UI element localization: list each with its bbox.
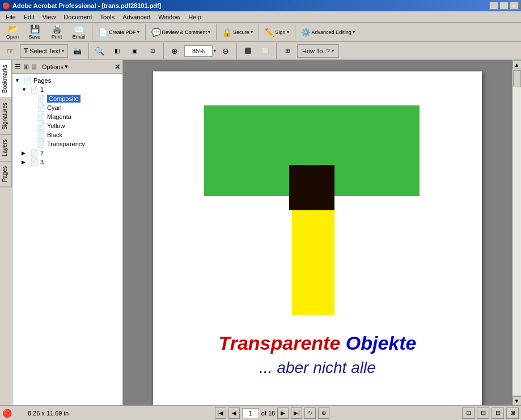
create-pdf-arrow: ▾ <box>137 29 139 35</box>
scroll-track[interactable] <box>513 70 521 395</box>
refresh-button[interactable]: ↻ <box>304 408 316 419</box>
advanced-editing-arrow: ▾ <box>353 29 355 35</box>
tree-item-magenta[interactable]: 📄 Magenta <box>15 112 120 121</box>
fit-page-button[interactable]: ⊡ <box>145 44 160 58</box>
snapshot-tool-button[interactable]: 📷 <box>70 44 86 58</box>
maximize-button[interactable]: □ <box>499 2 509 10</box>
panel-content: ▼ 📄 Pages ▼ 📄 1 📄 Composite 📄 Cyan <box>12 74 122 405</box>
zoom-arrow[interactable]: ▾ <box>214 48 216 53</box>
toolbar-separator <box>92 24 92 40</box>
page-number-input[interactable] <box>242 408 259 418</box>
open-icon: 📂 <box>8 24 18 33</box>
zoom-out2-button[interactable]: ⊖ <box>218 44 234 58</box>
menu-file[interactable]: File <box>2 12 19 22</box>
tree-item-yellow[interactable]: 📄 Yellow <box>15 121 120 130</box>
scroll-down-button[interactable]: ▼ <box>512 396 522 405</box>
tree-item-page1[interactable]: ▼ 📄 1 <box>15 85 120 94</box>
tab-layers[interactable]: Layers <box>0 135 12 162</box>
scroll-right: ▲ ▼ <box>512 60 521 405</box>
scroll-thumb[interactable] <box>513 70 521 87</box>
select-text-button[interactable]: T Select Text ▾ <box>20 44 68 58</box>
tree-item-composite[interactable]: 📄 Composite <box>15 94 120 103</box>
view-mode-btn4[interactable]: ⊠ <box>506 408 519 419</box>
sign-arrow: ▾ <box>287 29 289 35</box>
secure-button[interactable]: 🔒 Secure ▾ <box>219 24 256 40</box>
dark-square <box>289 165 334 210</box>
sign-button[interactable]: ✏️ Sign ▾ <box>262 24 292 40</box>
panel-options-button[interactable]: Options ▾ <box>39 62 71 71</box>
close-button[interactable]: × <box>510 2 519 10</box>
open-button[interactable]: 📂 Open <box>2 24 23 40</box>
advanced-editing-button[interactable]: ⚙️ Advanced Editing ▾ <box>298 24 358 40</box>
tree-item-page2[interactable]: ▶ 📄 2 <box>15 149 120 158</box>
fit-visible-button[interactable]: ⬜ <box>257 44 273 58</box>
how-to-button[interactable]: How To..? ▾ <box>297 44 339 58</box>
tree-item-black[interactable]: 📄 Black <box>15 130 120 139</box>
grid-button[interactable]: ⊞ <box>279 44 295 58</box>
first-page-button[interactable]: |◀ <box>215 408 226 419</box>
save-button[interactable]: 💾 Save <box>24 24 45 40</box>
menu-edit[interactable]: Edit <box>20 12 38 22</box>
menu-window[interactable]: Window <box>155 12 184 22</box>
create-pdf-icon: 📄 <box>98 28 108 37</box>
tree-toggle-page2[interactable]: ▶ <box>22 150 28 156</box>
review-button[interactable]: 💬 Review & Comment ▾ <box>149 24 214 40</box>
transparency-label: Transparency <box>47 141 85 147</box>
magenta-doc-icon: 📄 <box>37 113 45 121</box>
next-page-button[interactable]: ▶ <box>277 408 289 419</box>
menu-document[interactable]: Document <box>60 12 95 22</box>
how-to-label: How To..? <box>302 48 330 54</box>
status-bar: 🔴 8.26 x 11.69 in |◀ ◀ of 18 ▶ ▶| ↻ ⊕ ⊡ … <box>0 405 521 420</box>
menu-tools[interactable]: Tools <box>97 12 118 22</box>
tree-item-pages[interactable]: ▼ 📄 Pages <box>15 76 120 85</box>
zoom-box: ▾ <box>184 45 216 57</box>
tree-toggle-page3[interactable]: ▶ <box>22 159 28 165</box>
prev-page-view-button[interactable]: ◧ <box>109 44 125 58</box>
zoom-in-button[interactable]: ⊕ <box>167 44 183 58</box>
prev-page-button[interactable]: ◀ <box>228 408 240 419</box>
pages-doc-icon: 📄 <box>23 77 32 84</box>
advanced-editing-label: Advanced Editing <box>312 29 351 35</box>
tree-toggle-pages[interactable]: ▼ <box>15 78 22 83</box>
email-button[interactable]: ✉️ Email <box>69 24 89 40</box>
view-mode-btn1[interactable]: ⊡ <box>462 408 475 419</box>
tree-item-cyan[interactable]: 📄 Cyan <box>15 103 120 112</box>
next-page-view-button[interactable]: ▣ <box>127 44 143 58</box>
sign-icon: ✏️ <box>265 28 274 37</box>
app-icon: 🔴 <box>2 2 10 10</box>
panel-close-button[interactable]: ✕ <box>115 63 120 71</box>
toolbar-separator5 <box>295 24 295 40</box>
sign-label: Sign <box>276 29 286 35</box>
minimize-button[interactable]: _ <box>489 2 498 10</box>
menu-view[interactable]: View <box>39 12 60 22</box>
pdf-text-line2: ... aber nicht alle <box>259 359 375 377</box>
panel-icon-tree[interactable]: ⊞ <box>23 63 29 71</box>
hand-tool-button[interactable]: ☞ <box>2 44 18 58</box>
menu-help[interactable]: Help <box>185 12 205 22</box>
tree-item-transparency[interactable]: 📄 Transparency <box>15 139 120 149</box>
select-text-icon: T <box>24 47 28 55</box>
print-button[interactable]: 🖨️ Print <box>46 24 67 40</box>
view-mode-btn2[interactable]: ⊟ <box>477 408 489 419</box>
page-info: of 18 <box>242 408 275 418</box>
tree-item-page3[interactable]: ▶ 📄 3 <box>15 158 120 167</box>
zoom-input[interactable] <box>184 45 213 57</box>
tree-toggle-page1[interactable]: ▼ <box>22 87 28 92</box>
pdf-area[interactable]: Transparente Objekte ... aber nicht alle <box>123 60 512 405</box>
menu-advanced[interactable]: Advanced <box>119 12 154 22</box>
panel-icon-list[interactable]: ☰ <box>15 63 21 71</box>
scroll-up-button[interactable]: ▲ <box>512 60 522 69</box>
fit-width-button[interactable]: ⬛ <box>240 44 256 58</box>
save-icon: 💾 <box>30 24 40 33</box>
view-mode-btn3[interactable]: ⊞ <box>492 408 504 419</box>
panel-icon-expand[interactable]: ⊟ <box>31 63 37 71</box>
create-pdf-button[interactable]: 📄 Create PDF ▾ <box>95 24 142 40</box>
bookmark-page-button[interactable]: ⊕ <box>318 408 329 419</box>
tab-pages[interactable]: Pages <box>0 162 12 187</box>
zoom-out-button[interactable]: 🔍 <box>92 44 108 58</box>
last-page-button[interactable]: ▶| <box>291 408 302 419</box>
page3-label: 3 <box>40 159 44 166</box>
tab-signatures[interactable]: Signatures <box>0 98 12 135</box>
tab-bookmarks[interactable]: Bookmarks <box>0 60 12 98</box>
cyan-doc-icon: 📄 <box>37 104 45 112</box>
